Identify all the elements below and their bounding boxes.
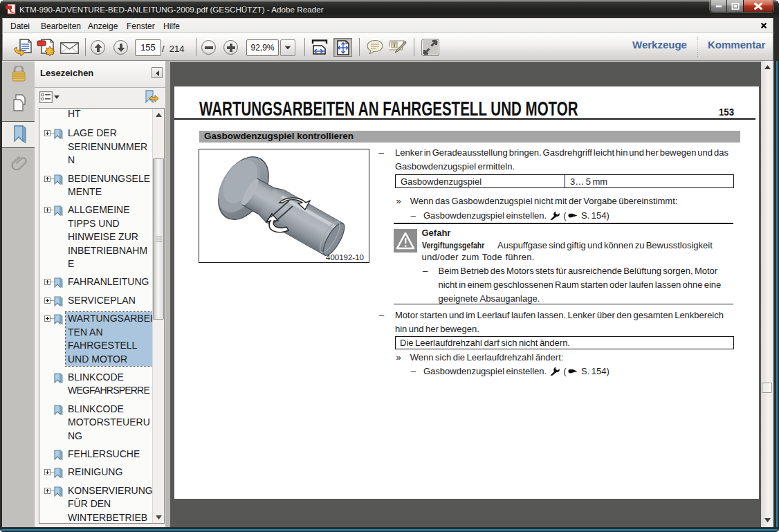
svg-text:T: T	[393, 42, 396, 48]
